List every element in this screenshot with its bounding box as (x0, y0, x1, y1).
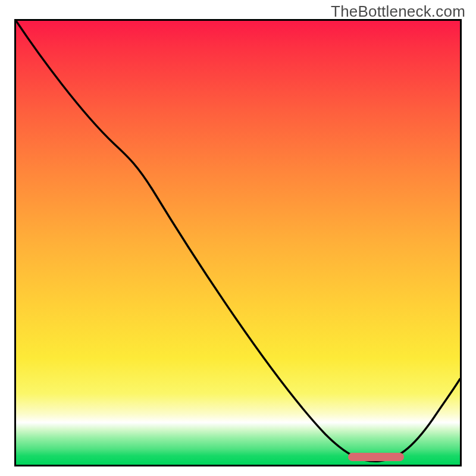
chart-frame (14, 19, 462, 466)
optimal-range-marker (348, 453, 404, 461)
chart-stage: TheBottleneck.com (0, 0, 476, 476)
watermark-text: TheBottleneck.com (331, 2, 465, 21)
bottleneck-curve-svg (16, 21, 460, 465)
bottleneck-curve-path (16, 21, 460, 461)
